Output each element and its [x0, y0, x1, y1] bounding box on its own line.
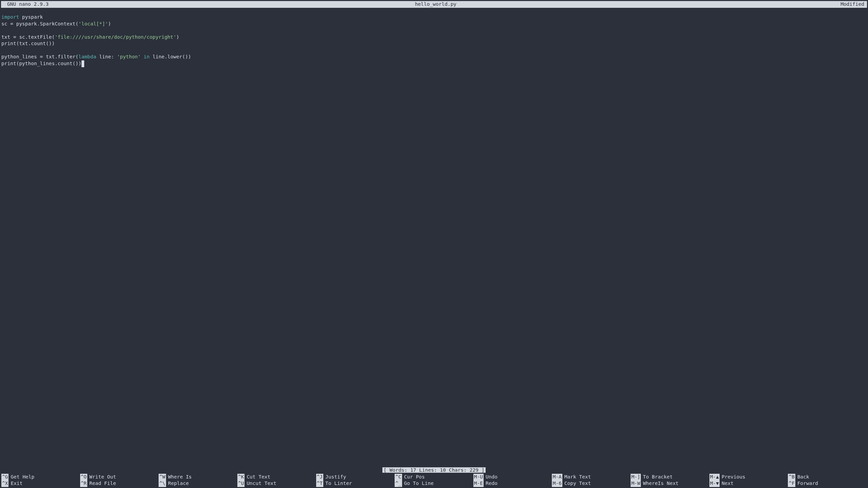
shortcut-key: ^G — [1, 474, 8, 481]
shortcut-key: M-▲ — [709, 474, 720, 481]
shortcut-key: ^_ — [395, 480, 402, 487]
app-name: GNU nano 2.9.3 — [2, 1, 293, 8]
shortcut-label: Exit — [8, 480, 22, 487]
code-token: python_lines = txt.filter( — [1, 54, 78, 59]
code-line[interactable]: python_lines = txt.filter(lambda line: '… — [1, 54, 867, 60]
shortcut-label: To Bracket — [641, 474, 672, 481]
shortcut-label: Redo — [484, 480, 498, 487]
code-token: ) — [176, 34, 179, 40]
shortcut-key: ^T — [316, 480, 323, 487]
shortcut-item[interactable]: ^CCur Pos — [395, 474, 473, 481]
shortcut-label: Uncut Text — [245, 480, 276, 487]
code-token: 'python' — [117, 54, 141, 59]
shortcut-item[interactable]: ^UUncut Text — [237, 480, 316, 487]
shortcut-label: Undo — [484, 474, 498, 481]
shortcut-key: M-] — [631, 474, 641, 481]
shortcut-item[interactable]: ^KCut Text — [237, 474, 316, 481]
shortcut-item[interactable]: ^RRead File — [80, 480, 159, 487]
cursor — [82, 60, 85, 67]
shortcut-label: Cur Pos — [402, 474, 425, 481]
filename: hello_world.py — [293, 1, 578, 8]
shortcut-item[interactable]: M-WWhereIs Next — [631, 480, 709, 487]
code-token: 'local[*]' — [78, 21, 108, 26]
shortcut-key: M-U — [473, 474, 484, 481]
shortcut-key: ^R — [80, 480, 87, 487]
shortcut-item[interactable]: ^XExit — [1, 480, 80, 487]
shortcut-label: Mark Text — [562, 474, 591, 481]
shortcut-label: Back — [795, 474, 809, 481]
shortcut-key: M-▼ — [709, 480, 720, 487]
shortcut-key: M-W — [631, 480, 641, 487]
editor-area[interactable]: import pysparksc = pyspark.SparkContext(… — [0, 8, 868, 467]
shortcut-key: ^\ — [159, 480, 166, 487]
code-token: ) — [108, 21, 111, 26]
shortcut-item[interactable]: M-6Copy Text — [552, 480, 631, 487]
code-token: print(txt.count()) — [1, 41, 55, 46]
shortcut-label: Copy Text — [562, 480, 591, 487]
code-token: line.lower()) — [150, 54, 191, 59]
shortcut-key: M-E — [473, 480, 484, 487]
shortcut-key: ^B — [788, 474, 795, 481]
status-bar: [ Words: 17 Lines: 10 Chars: 229 ] — [0, 467, 868, 474]
shortcut-item[interactable]: ^GGet Help — [1, 474, 80, 481]
shortcut-label: Next — [720, 480, 734, 487]
code-line[interactable]: print(txt.count()) — [1, 40, 867, 47]
shortcut-bar: ^GGet Help^OWrite Out^WWhere Is^KCut Tex… — [0, 474, 868, 488]
code-token — [141, 54, 144, 59]
shortcut-item[interactable]: ^_Go To Line — [395, 480, 473, 487]
shortcut-key: ^U — [237, 480, 245, 487]
code-line[interactable]: txt = sc.textFile('file:////usr/share/do… — [1, 34, 867, 41]
shortcut-key: M-6 — [552, 480, 562, 487]
code-token: 'file:////usr/share/doc/python/copyright… — [55, 34, 176, 40]
code-token: txt = sc.textFile( — [1, 34, 55, 40]
shortcut-item[interactable]: M-▼Next — [709, 480, 788, 487]
modified-status: Modified — [579, 1, 866, 8]
shortcut-label: Cut Text — [245, 474, 270, 481]
shortcut-row: ^GGet Help^OWrite Out^WWhere Is^KCut Tex… — [1, 474, 867, 481]
shortcut-item[interactable]: ^JJustify — [316, 474, 395, 481]
shortcut-key: ^J — [316, 474, 323, 481]
code-token: import — [1, 14, 19, 20]
shortcut-key: ^C — [395, 474, 402, 481]
shortcut-item[interactable]: M-ERedo — [473, 480, 552, 487]
shortcut-label: Where Is — [166, 474, 192, 481]
shortcut-item[interactable]: ^WWhere Is — [159, 474, 237, 481]
shortcut-key: ^X — [1, 480, 8, 487]
shortcut-item[interactable]: ^OWrite Out — [80, 474, 159, 481]
shortcut-key: ^K — [237, 474, 245, 481]
code-token: pyspark — [19, 14, 43, 20]
code-line[interactable] — [1, 27, 867, 34]
code-token: lambda — [78, 54, 96, 59]
shortcut-row: ^XExit^RRead File^\Replace^UUncut Text^T… — [1, 480, 867, 487]
shortcut-key: ^W — [159, 474, 166, 481]
shortcut-key: ^O — [80, 474, 87, 481]
shortcut-label: Read File — [87, 480, 116, 487]
shortcut-label: To Linter — [323, 480, 352, 487]
shortcut-key: ^F — [788, 480, 795, 487]
code-token: print(python_lines.count()) — [1, 61, 82, 66]
code-token: line: — [96, 54, 117, 59]
shortcut-label: Forward — [795, 480, 818, 487]
shortcut-label: Get Help — [8, 474, 34, 481]
code-line[interactable]: import pyspark — [1, 14, 867, 21]
shortcut-item[interactable]: ^TTo Linter — [316, 480, 395, 487]
shortcut-label: Justify — [323, 474, 346, 481]
code-token: in — [144, 54, 149, 59]
shortcut-label: Previous — [720, 474, 745, 481]
shortcut-item[interactable]: M-▲Previous — [709, 474, 788, 481]
code-line[interactable]: print(python_lines.count()) — [1, 60, 867, 67]
shortcut-item[interactable]: M-AMark Text — [552, 474, 631, 481]
title-bar: GNU nano 2.9.3 hello_world.py Modified — [1, 1, 867, 8]
shortcut-item[interactable]: ^FForward — [788, 480, 867, 487]
shortcut-item[interactable]: M-UUndo — [473, 474, 552, 481]
shortcut-item[interactable]: ^\Replace — [159, 480, 237, 487]
code-token: sc = pyspark.SparkContext( — [1, 21, 78, 26]
shortcut-item[interactable]: M-]To Bracket — [631, 474, 709, 481]
code-line[interactable]: sc = pyspark.SparkContext('local[*]') — [1, 21, 867, 27]
status-bar-content: [ Words: 17 Lines: 10 Chars: 229 ] — [382, 467, 486, 473]
shortcut-item[interactable]: ^BBack — [788, 474, 867, 481]
code-line[interactable] — [1, 47, 867, 54]
shortcut-label: WhereIs Next — [641, 480, 679, 487]
shortcut-key: M-A — [552, 474, 562, 481]
shortcut-label: Go To Line — [402, 480, 434, 487]
